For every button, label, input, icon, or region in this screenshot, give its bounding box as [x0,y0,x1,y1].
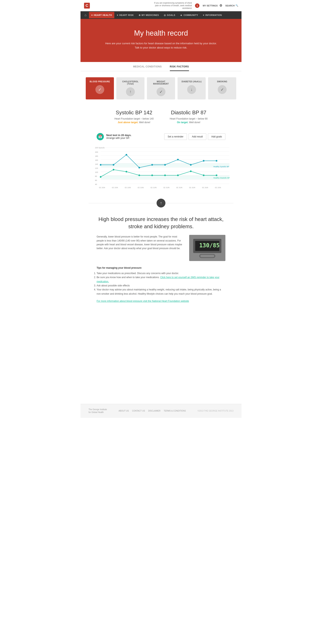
risk-cards: BLOOD PRESSURE CHOLESTEROL (Total) WEIGH… [80,71,242,104]
svg-point-39 [164,174,166,176]
risk-card-diabetes[interactable]: DIABETES (HbA1c) [178,77,206,100]
nav-heart-risk[interactable]: ♥ HEART RISK [114,12,136,18]
risk-card-blood-pressure[interactable]: BLOOD PRESSURE [86,77,114,100]
diastolic-target: Heart Foundation target – below 90 [170,117,208,120]
search-icon[interactable]: 🔍 [236,4,238,7]
tab-risk-factors[interactable]: RISK FACTORS [170,65,189,71]
svg-point-43 [216,174,217,176]
nav-my-medicines[interactable]: ⊕ MY MEDICINES [136,12,162,18]
systolic-status-rest: Well done! [139,121,150,124]
next-test-text: Next test in 20 days. Arrange with your … [106,134,132,140]
risk-card-weight-label: WEIGHT MANAGEMENT [149,80,173,85]
footer-link-terms[interactable]: TERMS & CONDITIONS [164,410,186,412]
svg-text:02 JUN: 02 JUN [138,186,144,188]
systolic-bp-value: Systolic BP 142 [114,110,154,116]
svg-text:40: 40 [95,183,97,185]
gear-icon[interactable]: ⚙ [219,4,222,8]
info-content: Generally, lower blood pressure is bette… [96,235,226,261]
risk-card-weight[interactable]: WEIGHT MANAGEMENT [147,77,175,100]
tips-heading: Tips for managing your blood pressure [96,266,226,270]
bp-values: Systolic BP 142 Heart Foundation target … [80,104,242,126]
diabetes-down-icon [187,85,196,94]
header-right: If you are experiencing symptoms of ches… [152,2,238,10]
svg-point-35 [113,169,114,170]
svg-point-29 [164,164,166,166]
nav-home[interactable]: ⌂ [82,11,89,19]
tip-2[interactable]: Be sure you know how and when to take yo… [96,275,226,284]
risk-card-smoking[interactable]: SMOKING [208,77,236,100]
nav-my-medicines-label: MY MEDICINES [142,14,159,16]
information-icon: ♥ [203,14,204,16]
bottom-spacer [80,311,242,392]
footer-link-about[interactable]: ABOUT US [118,410,129,412]
nav-community[interactable]: ☻ COMMUNITY [178,12,200,18]
svg-text:140: 140 [95,163,98,165]
diastolic-status-rest: Well done! [189,121,200,124]
nav-community-label: COMMUNITY [184,14,198,16]
add-goals-button[interactable]: Add goals [208,134,226,140]
nav-information[interactable]: ♥ INFORMATION [200,12,224,18]
app-logo[interactable]: C [84,2,90,9]
svg-text:80: 80 [95,175,97,177]
svg-text:C: C [86,4,88,8]
risk-card-cholesterol-label: CHOLESTEROL (Total) [119,80,142,85]
search-area[interactable]: SEARCH 🔍 [226,4,238,7]
svg-text:60: 60 [95,179,97,181]
nav-goals[interactable]: ◎ GOALS [162,12,178,18]
risk-card-diabetes-label: DIABETES (HbA1c) [182,80,202,83]
settings-area[interactable]: MY SETTINGS ⚙ [203,4,222,8]
systolic-status: Just above target. Well done! [114,121,154,124]
heart-risk-icon: ♥ [117,14,118,16]
set-reminder-button[interactable]: Set a reminder [164,134,187,140]
systolic-status-highlight: Just above target. [118,121,138,124]
hero-title: My health record [84,29,238,38]
systolic-target: Heart Foundation target – below 140 [114,117,154,120]
svg-text:100: 100 [95,171,98,173]
info-section: High blood pressure increases the risk o… [80,212,242,311]
nav-heart-health[interactable]: ♥ HEART HEALTH [89,12,114,18]
nav-heart-health-label: HEART HEALTH [94,14,112,16]
next-test-left: 📅 Next test in 20 days. Arrange with you… [96,133,132,140]
notification-badge[interactable]: 1 [195,4,200,8]
weight-check-icon [156,87,166,96]
svg-point-41 [190,170,192,172]
settings-label[interactable]: MY SETTINGS [203,4,218,7]
diastolic-status-highlight: On target. [177,121,188,124]
bp-monitor-svg: 130/85 [189,235,226,261]
bp-monitor-image: 130/85 [189,235,226,261]
logo-area[interactable]: C [84,2,90,9]
svg-point-38 [151,174,153,176]
tab-medical-conditions[interactable]: MEDICAL CONDITIONS [133,65,162,71]
next-test-label: Next test in 20 days. [106,134,132,137]
up-section: ↑ [80,194,242,212]
footer-link-disclaimer[interactable]: DISCLAIMER [148,410,160,412]
svg-point-32 [203,160,204,162]
search-label[interactable]: SEARCH [226,4,235,7]
risk-card-cholesterol[interactable]: CHOLESTEROL (Total) [116,77,144,100]
svg-text:02 JUN: 02 JUN [99,186,105,188]
svg-point-33 [216,160,217,162]
add-result-button[interactable]: Add result [188,134,206,140]
svg-text:02 JUN: 02 JUN [150,186,156,188]
footer-copyright: ©2013 THE GEORGE INSTITUTE 2013 [198,410,234,412]
external-link[interactable]: For more information about blood pressur… [96,299,226,303]
svg-text:02 JUN: 02 JUN [112,186,118,188]
blood-pressure-check-icon [96,85,104,94]
svg-point-25 [113,164,114,166]
info-body-text: Generally, lower blood pressure is bette… [96,235,184,261]
svg-point-40 [177,174,179,176]
tip-3: Ask about possible side effects [96,284,226,288]
svg-text:02 JUN: 02 JUN [215,186,221,188]
goals-icon: ◎ [164,14,166,16]
community-icon: ☻ [180,14,182,16]
footer-links: ABOUT US CONTACT US DISCLAIMER TERMS & C… [118,410,186,412]
tips-list: Take your medications as prescribed. Dis… [96,271,226,296]
svg-text:02 JUN: 02 JUN [202,186,208,188]
footer: The George Institute for Global Health A… [80,404,242,418]
svg-text:160: 160 [95,159,98,161]
footer-link-contact[interactable]: CONTACT US [132,410,145,412]
up-button[interactable]: ↑ [156,199,166,208]
calendar-icon: 📅 [96,133,104,140]
svg-text:180: 180 [95,155,98,157]
risk-card-smoking-label: SMOKING [217,80,227,83]
